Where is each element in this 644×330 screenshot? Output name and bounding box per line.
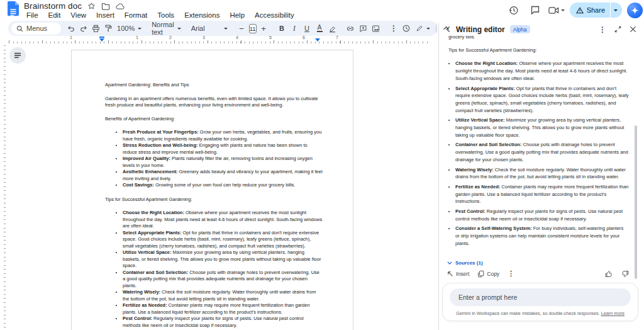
doc-benefits-list: Fresh Produce at Your Fingertips:Grow yo…	[105, 129, 323, 189]
list-item: Improved Air Quality:Plants naturally fi…	[123, 156, 323, 169]
zoom-value: 100%	[117, 25, 135, 32]
bullet-lead: Choose the Right Location:	[455, 60, 518, 66]
paragraph-style-select[interactable]: Normal text	[150, 21, 182, 36]
bullet-lead: Utilize Vertical Space:	[455, 117, 505, 123]
expand-panel-icon[interactable]	[614, 26, 621, 33]
panel-title: Writing editor	[456, 25, 505, 34]
comments-icon[interactable]	[527, 2, 543, 18]
ruler-number: 5	[269, 35, 272, 40]
increase-font-size-button[interactable]: +	[258, 23, 269, 35]
text-color-button[interactable]: A	[314, 23, 325, 35]
prompt-input[interactable]	[450, 288, 631, 306]
menu-format[interactable]: Format	[121, 11, 151, 20]
ruler-number: 1	[136, 35, 138, 40]
show-outline-button[interactable]	[9, 47, 26, 64]
redo-button[interactable]	[78, 23, 89, 35]
document-title[interactable]: Brainstorm doc	[24, 1, 82, 11]
list-item: Container and Soil Selection:Choose pots…	[455, 141, 629, 163]
response-more-options-icon[interactable]: ⋮	[508, 270, 514, 278]
panel-tips-heading: Tips for Successful Apartment Gardening:	[448, 47, 629, 54]
right-indent-marker[interactable]	[315, 38, 320, 42]
learn-more-link[interactable]: Learn more	[601, 310, 625, 316]
ruler-number: 4	[236, 35, 238, 40]
horizontal-ruler[interactable]: 1 1 2 3 4 5 6 7	[9, 37, 429, 43]
join-call-button[interactable]	[548, 6, 565, 14]
chevron-down-icon	[447, 261, 452, 265]
font-size-input[interactable]: 11	[249, 24, 257, 33]
document-page[interactable]: Apartment Gardening: Benefits and Tips G…	[71, 50, 353, 330]
list-item: Stress Reduction and Well-being:Engaging…	[123, 142, 323, 156]
hide-menus-button[interactable]	[441, 23, 452, 35]
insert-label: Insert	[456, 271, 469, 277]
thumbs-down-icon[interactable]	[621, 270, 629, 278]
search-icon	[16, 25, 23, 32]
chevron-down-icon	[224, 28, 228, 30]
print-button[interactable]	[91, 23, 101, 35]
doc-benefits-heading: Benefits of Apartment Gardening:	[105, 116, 323, 123]
first-line-indent-marker[interactable]	[99, 37, 104, 38]
panel-more-options-icon[interactable]: ⋮	[599, 25, 606, 34]
panel-scrollbar[interactable]	[635, 125, 637, 279]
ruler-number: 7	[336, 35, 338, 40]
menu-tools[interactable]: Tools	[153, 11, 178, 20]
document-content[interactable]: Apartment Gardening: Benefits and Tips G…	[105, 82, 323, 330]
generated-response-area[interactable]: grocery bills. Tips for Successful Apart…	[439, 36, 644, 259]
more-toolbar-options-button[interactable]: ⋮	[389, 23, 399, 35]
star-icon[interactable]	[87, 2, 96, 10]
menu-accessibility[interactable]: Accessibility	[251, 11, 298, 20]
google-docs-logo-icon[interactable]	[6, 1, 19, 18]
bullet-lead: Watering Wisely:	[455, 167, 494, 173]
bullet-lead: Utilize Vertical Space:	[123, 249, 172, 255]
document-history-icon[interactable]	[401, 23, 412, 35]
thumbs-up-icon[interactable]	[605, 270, 613, 278]
ruler-number: 6	[303, 35, 305, 40]
add-comment-button[interactable]	[358, 23, 369, 35]
share-button[interactable]: Share	[570, 3, 622, 18]
warning-triangle-icon	[576, 7, 584, 14]
ruler-number: 3	[203, 35, 205, 40]
vertical-ruler	[2, 45, 6, 330]
italic-button[interactable]: I	[289, 23, 300, 35]
insert-image-button[interactable]	[370, 23, 381, 35]
menu-insert[interactable]: Insert	[92, 11, 118, 20]
search-menus-button[interactable]: Menus	[11, 23, 61, 35]
move-folder-icon[interactable]	[101, 3, 110, 10]
insert-link-button[interactable]	[345, 23, 356, 35]
list-item: Pest Control:Regularly inspect your plan…	[123, 316, 323, 329]
decrease-font-size-button[interactable]: −	[236, 23, 247, 35]
left-indent-marker[interactable]	[99, 38, 104, 42]
menu-file[interactable]: File	[23, 11, 42, 20]
bullet-lead: Aesthetic Enhancement:	[123, 169, 178, 174]
undo-button[interactable]	[65, 23, 76, 35]
list-item: Fertilize as Needed:Container plants may…	[123, 302, 323, 316]
menu-view[interactable]: View	[67, 11, 90, 20]
ruler-number: 2	[169, 35, 172, 40]
underline-button[interactable]: U	[302, 23, 313, 35]
list-item: Select Appropriate Plants:Opt for plants…	[123, 230, 323, 250]
disclaimer-text: Gemini in Workspace can make mistakes, s…	[456, 310, 600, 316]
document-title-row: Brainstorm doc	[24, 1, 125, 11]
header-actions: Share	[506, 1, 643, 19]
doc-tips-heading: Tips for Successful Apartment Gardening:	[105, 196, 323, 203]
sources-toggle[interactable]: Sources (1)	[439, 259, 644, 268]
close-panel-icon[interactable]	[630, 26, 636, 33]
highlight-color-button[interactable]	[327, 23, 338, 35]
menu-help[interactable]: Help	[226, 11, 248, 20]
font-select[interactable]: Arial	[190, 25, 229, 32]
menu-edit[interactable]: Edit	[45, 11, 65, 20]
paint-format-button[interactable]	[103, 23, 114, 35]
menu-extensions[interactable]: Extensions	[180, 11, 223, 20]
gemini-disclaimer: Gemini in Workspace can make mistakes, s…	[450, 310, 631, 316]
gemini-button[interactable]	[627, 3, 643, 18]
share-dropdown-button[interactable]	[611, 9, 622, 11]
copy-response-button[interactable]: Copy	[477, 270, 499, 278]
text-color-letter: A	[317, 25, 321, 30]
insert-response-button[interactable]: Insert	[447, 271, 469, 277]
editing-mode-select[interactable]	[414, 25, 431, 32]
insert-arrow-icon	[447, 271, 453, 277]
bold-button[interactable]: B	[277, 23, 287, 35]
zoom-select[interactable]: 100%	[116, 25, 143, 32]
cloud-status-icon[interactable]	[116, 3, 125, 10]
version-history-icon[interactable]	[506, 2, 522, 18]
app-header: Brainstorm doc File Edit View Insert For…	[0, 0, 644, 20]
